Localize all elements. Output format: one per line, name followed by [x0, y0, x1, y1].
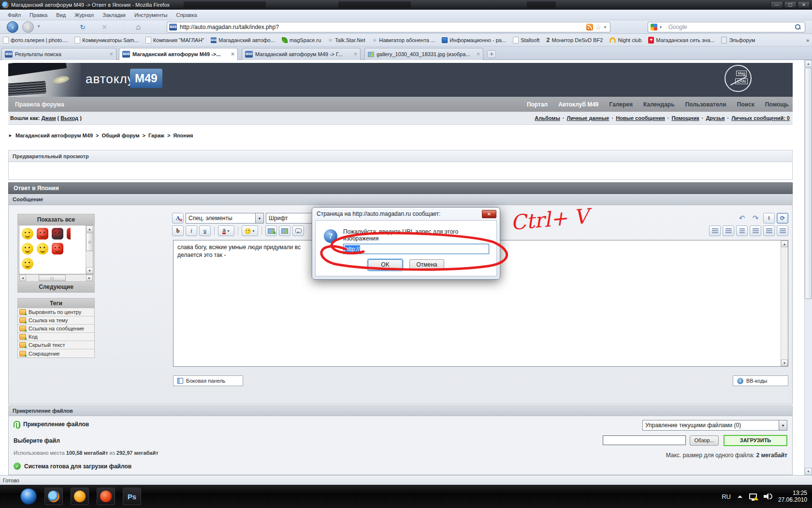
special-elements-select[interactable]: Спец. элементы▼ [186, 213, 264, 224]
tag-code[interactable]: Код [18, 333, 94, 341]
bookmark-item[interactable]: magSpace.ru [282, 37, 321, 43]
menu-tools[interactable]: Инструменты [130, 11, 172, 19]
redo-icon[interactable]: ↷ [750, 213, 761, 224]
bookmark-item[interactable]: Коммуникаторы Sam... [74, 37, 138, 44]
nav-help[interactable]: Помощь [765, 101, 789, 108]
bbcode-button[interactable]: i BB-коды [733, 375, 788, 386]
font-color-button[interactable]: a▼ [218, 225, 234, 236]
bookmark-star-icon[interactable]: ☆ [595, 23, 602, 31]
tab-gallery-image[interactable]: gallery_1030_403_18331.jpg (изобра... × [364, 48, 483, 60]
underline-button[interactable]: u [199, 225, 211, 236]
resize-editor-icon[interactable]: ▲▼ [763, 213, 775, 224]
scroll-down-icon[interactable]: ▼ [781, 359, 788, 366]
tab-close-icon[interactable]: × [354, 51, 357, 58]
friends-link[interactable]: Друзья [706, 115, 725, 121]
nav-calendar[interactable]: Календарь [643, 101, 675, 108]
remove-format-icon[interactable]: A [172, 213, 184, 224]
reload-icon[interactable]: ↻ [77, 22, 88, 32]
back-button[interactable]: ‹ [7, 21, 18, 33]
insert-link-icon[interactable] [265, 225, 277, 236]
minimize-button[interactable]: — [770, 1, 783, 8]
browse-button[interactable]: Обзор... [690, 435, 719, 446]
language-indicator[interactable]: RU [722, 493, 731, 500]
smiley-partial-icon[interactable] [67, 228, 71, 239]
tab-close-icon[interactable]: × [110, 51, 113, 58]
tab-forum-reply-active[interactable]: М49 Магаданский автофорум М49 ->... × [119, 48, 238, 60]
bold-button[interactable]: b [172, 225, 184, 236]
bookmark-item[interactable]: Компания "МАГЛАН" [145, 37, 204, 44]
volume-icon[interactable] [764, 493, 771, 500]
tag-center[interactable]: Выровнять по центру [18, 308, 94, 316]
insert-image-icon[interactable] [279, 225, 290, 236]
forum-rules-link[interactable]: Правила форума [15, 101, 64, 108]
tray-expand-icon[interactable] [738, 493, 742, 498]
bookmark-item[interactable]: Эльфорум [721, 37, 755, 44]
upload-button[interactable]: ЗАГРУЗИТЬ [724, 435, 787, 446]
tab-close-icon[interactable]: × [477, 51, 480, 58]
toggle-mode-icon[interactable]: ⟳ [777, 213, 788, 224]
smiley-plain-icon[interactable] [22, 243, 33, 254]
taskbar-photoshop[interactable]: Ps [123, 488, 141, 505]
search-bar[interactable]: ▼ Google [648, 22, 805, 32]
scroll-thumb[interactable]: ||| [39, 275, 66, 281]
align-right-icon[interactable] [750, 225, 761, 236]
taskbar-app-red[interactable] [97, 488, 115, 505]
google-engine-icon[interactable] [651, 24, 657, 30]
tag-post-link[interactable]: Ссылка на сообщение [18, 325, 94, 333]
menu-bookmarks[interactable]: Закладки [99, 11, 130, 19]
smiley-wave-icon[interactable] [52, 243, 63, 254]
smiley-horizontal-scrollbar[interactable]: ◄ ||| ► [19, 274, 93, 282]
show-all-smileys-button[interactable]: Показать все [18, 214, 94, 225]
search-go-icon[interactable] [795, 24, 801, 30]
dialog-url-input[interactable]: http:// [343, 244, 489, 254]
scroll-thumb[interactable] [805, 68, 812, 299]
page-scrollbar[interactable]: ▲ ▼ [804, 60, 812, 475]
bookmark-item[interactable]: Night club [609, 37, 641, 43]
smiley-group-icon[interactable] [37, 243, 48, 254]
scroll-down-icon[interactable]: ▼ [805, 468, 812, 475]
nav-search[interactable]: Поиск [737, 101, 754, 108]
scroll-right-icon[interactable]: ► [86, 275, 93, 281]
menu-view[interactable]: Вид [52, 11, 70, 19]
history-dropdown-icon[interactable]: ▼ [37, 24, 41, 29]
bookmark-item[interactable]: ★Навигатор абонента ... [372, 37, 435, 44]
nav-gallery[interactable]: Галерея [609, 101, 633, 108]
menu-file[interactable]: Файл [4, 11, 25, 19]
align-left-icon[interactable] [723, 225, 734, 236]
pm-count-link[interactable]: Личных сообщений: 0 [731, 115, 790, 121]
side-panel-button[interactable]: Боковая панель [173, 375, 243, 386]
bookmarks-overflow-chevron[interactable]: » [806, 37, 809, 43]
assistant-link[interactable]: Помощник [671, 115, 699, 121]
indent-icon[interactable] [709, 225, 721, 236]
undo-icon[interactable]: ↶ [736, 213, 748, 224]
smiley-racer-icon[interactable] [52, 228, 63, 239]
start-button[interactable] [20, 488, 37, 505]
insert-quote-icon[interactable] [292, 225, 304, 236]
maximize-button[interactable]: ▢ [784, 1, 797, 8]
forward-button[interactable]: › [22, 21, 34, 33]
albums-link[interactable]: Альбомы [535, 115, 560, 121]
home-icon[interactable]: ⌂ [133, 22, 144, 32]
nav-users[interactable]: Пользователи [685, 101, 726, 108]
new-messages-link[interactable]: Новые сообщения [616, 115, 665, 121]
tab-search-results[interactable]: М49 Результаты поиска × [1, 48, 116, 60]
menu-edit[interactable]: Правка [26, 11, 51, 19]
tag-abbreviation[interactable]: Сокращение [18, 349, 94, 358]
bookmark-item[interactable]: Информационно - ра... [442, 37, 506, 43]
taskbar-firefox[interactable] [44, 488, 63, 505]
scroll-left-icon[interactable]: ◄ [19, 275, 26, 281]
smiley-vertical-scrollbar[interactable]: ▲ ▼ [86, 225, 93, 274]
file-path-input[interactable] [603, 435, 686, 445]
crumb-japan[interactable]: Япония [173, 133, 193, 138]
crumb-general[interactable]: Общий форум [102, 133, 139, 138]
align-center-icon[interactable] [736, 225, 748, 236]
menu-help[interactable]: Справка [172, 11, 201, 19]
nav-portal[interactable]: Портал [527, 101, 548, 108]
tab-forum-garage[interactable]: М49 Магаданский автофорум М49 -> Г... × [242, 48, 361, 60]
bookmark-item[interactable]: M49Магаданский автофо... [211, 37, 275, 43]
search-input[interactable]: Google [666, 24, 795, 30]
dialog-close-icon[interactable]: ✕ [482, 210, 496, 218]
profile-link[interactable]: Личные данные [566, 115, 609, 121]
network-icon[interactable] [749, 493, 757, 499]
scroll-thumb[interactable] [86, 233, 93, 251]
